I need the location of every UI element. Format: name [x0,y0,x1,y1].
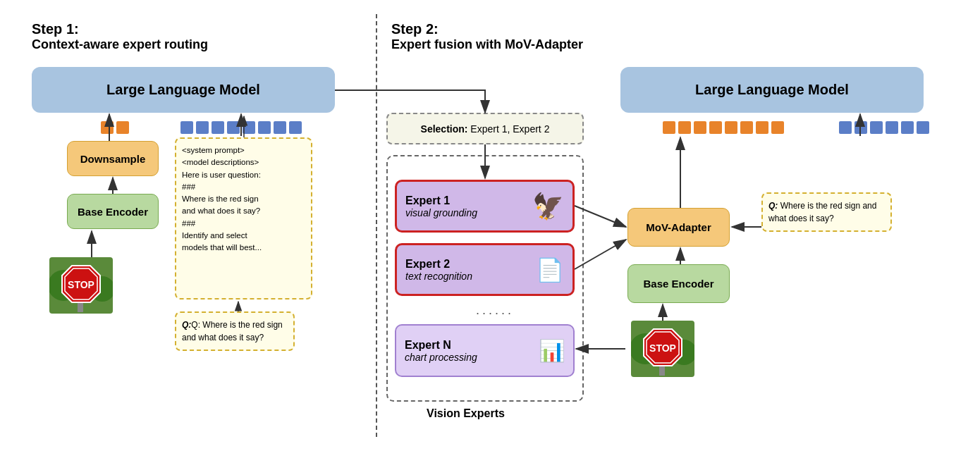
vision-experts-label: Vision Experts [427,407,505,420]
llm-left: Large Language Model [32,67,335,113]
stop-sign-right: STOP [631,321,694,377]
chart-icon: 📊 [539,338,573,363]
svg-text:STOP: STOP [649,342,676,354]
document-icon: 📄 [536,257,572,283]
step1-label: Step 1: Context-aware expert routing [32,21,208,52]
eagle-icon: 🦅 [532,192,572,221]
base-encoder-left: Base Encoder [67,194,159,229]
mov-adapter-box: MoV-Adapter [627,208,730,247]
expert2-box: Expert 2 text recognition 📄 [395,243,575,296]
token-group-right-blue [839,121,929,134]
dots: ...... [476,303,514,318]
stop-sign-left: STOP [49,257,113,314]
divider [376,14,377,437]
step2-label: Step 2: Expert fusion with MoV-Adapter [391,21,583,52]
diagram-container: Step 1: Context-aware expert routing Ste… [0,0,980,451]
selection-box: Selection: Expert 1, Expert 2 [386,113,584,144]
llm-right: Large Language Model [620,67,924,113]
expert1-box: Expert 1 visual grounding 🦅 [395,180,575,233]
expertN-box: Expert N chart processing 📊 [395,324,575,377]
downsample-box: Downsample [67,141,159,176]
prompt-note-box: <system prompt> <model descriptions> Her… [175,137,312,299]
token-group-left-blue [180,121,302,134]
token-group-right-orange [663,121,784,134]
base-encoder-right: Base Encoder [627,264,730,303]
svg-text:STOP: STOP [68,279,94,290]
question-right-box: Q: Where is the red sign and what does i… [761,192,892,232]
question-left-box: Q:Q: Where is the red sign and what does… [175,311,295,351]
token-group-left-orange [101,121,129,134]
